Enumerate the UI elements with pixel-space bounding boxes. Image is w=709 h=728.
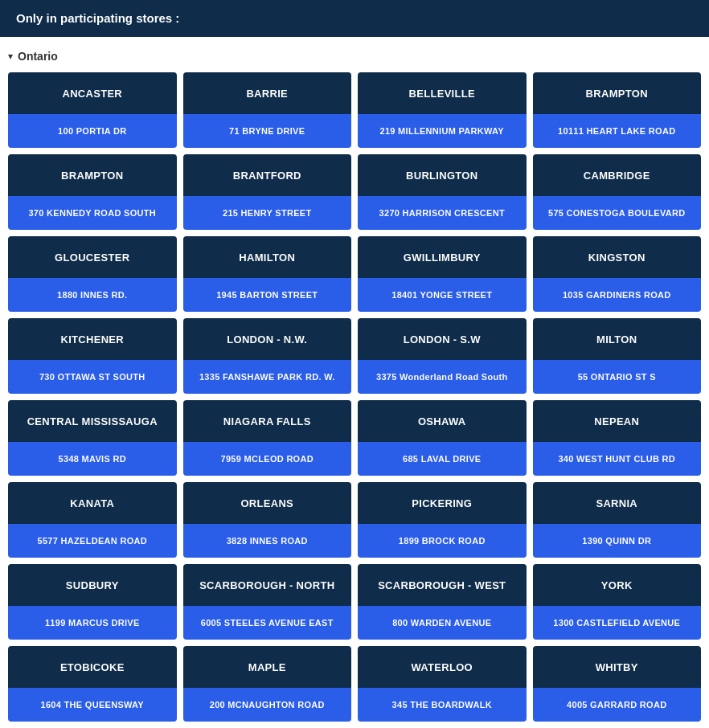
store-name: BRAMPTON <box>8 154 177 196</box>
header-title: Only in participating stores : <box>16 11 179 25</box>
store-card[interactable]: MAPLE200 MCNAUGHTON ROAD <box>183 646 352 722</box>
store-card[interactable]: LONDON - S.W3375 Wonderland Road South <box>358 318 527 394</box>
store-address: 71 BRYNE DRIVE <box>183 114 352 148</box>
store-name: MILTON <box>533 318 702 360</box>
store-name: SUDBURY <box>8 564 177 606</box>
store-address: 1899 BROCK ROAD <box>358 524 527 558</box>
store-name: CENTRAL MISSISSAUGA <box>8 400 177 442</box>
store-card[interactable]: KINGSTON1035 GARDINERS ROAD <box>533 236 702 312</box>
store-card[interactable]: GWILLIMBURY18401 YONGE STREET <box>358 236 527 312</box>
store-address: 1945 BARTON STREET <box>183 278 352 312</box>
store-name: BELLEVILLE <box>358 72 527 114</box>
store-card[interactable]: KANATA5577 HAZELDEAN ROAD <box>8 482 177 558</box>
store-card[interactable]: ETOBICOKE1604 THE QUEENSWAY <box>8 646 177 722</box>
store-address: 215 HENRY STREET <box>183 196 352 230</box>
region-toggle[interactable]: ▾ Ontario <box>0 50 709 72</box>
store-name: SCARBOROUGH - WEST <box>358 564 527 606</box>
store-card[interactable]: BARRIE71 BRYNE DRIVE <box>183 72 352 148</box>
store-address: 1335 FANSHAWE PARK RD. W. <box>183 360 352 394</box>
store-address: 7959 MCLEOD ROAD <box>183 442 352 476</box>
store-card[interactable]: NIAGARA FALLS7959 MCLEOD ROAD <box>183 400 352 476</box>
store-card[interactable]: LONDON - N.W.1335 FANSHAWE PARK RD. W. <box>183 318 352 394</box>
store-card[interactable]: BRANTFORD215 HENRY STREET <box>183 154 352 230</box>
store-name: LONDON - N.W. <box>183 318 352 360</box>
store-name: YORK <box>533 564 702 606</box>
store-name: KANATA <box>8 482 177 524</box>
store-card[interactable]: GLOUCESTER1880 INNES RD. <box>8 236 177 312</box>
store-address: 6005 STEELES AVENUE EAST <box>183 606 352 640</box>
store-address: 18401 YONGE STREET <box>358 278 527 312</box>
store-name: LONDON - S.W <box>358 318 527 360</box>
store-card[interactable]: NEPEAN340 WEST HUNT CLUB RD <box>533 400 702 476</box>
store-name: BARRIE <box>183 72 352 114</box>
store-card[interactable]: BELLEVILLE219 MILLENNIUM PARKWAY <box>358 72 527 148</box>
store-address: 200 MCNAUGHTON ROAD <box>183 688 352 722</box>
store-name: BURLINGTON <box>358 154 527 196</box>
store-card[interactable]: HAMILTON1945 BARTON STREET <box>183 236 352 312</box>
store-name: PICKERING <box>358 482 527 524</box>
store-name: GWILLIMBURY <box>358 236 527 278</box>
store-name: BRAMPTON <box>533 72 702 114</box>
store-address: 345 THE BOARDWALK <box>358 688 527 722</box>
store-address: 3270 HARRISON CRESCENT <box>358 196 527 230</box>
store-card[interactable]: BRAMPTON370 KENNEDY ROAD SOUTH <box>8 154 177 230</box>
store-card[interactable]: ANCASTER100 PORTIA DR <box>8 72 177 148</box>
store-name: KINGSTON <box>533 236 702 278</box>
store-address: 1390 QUINN DR <box>533 524 702 558</box>
store-address: 1604 THE QUEENSWAY <box>8 688 177 722</box>
store-card[interactable]: YORK1300 CASTLEFIELD AVENUE <box>533 564 702 640</box>
store-address: 5348 MAVIS RD <box>8 442 177 476</box>
store-name: ETOBICOKE <box>8 646 177 688</box>
store-name: HAMILTON <box>183 236 352 278</box>
store-address: 340 WEST HUNT CLUB RD <box>533 442 702 476</box>
store-name: SARNIA <box>533 482 702 524</box>
store-address: 575 CONESTOGA BOULEVARD <box>533 196 702 230</box>
store-address: 800 WARDEN AVENUE <box>358 606 527 640</box>
store-address: 55 ONTARIO ST S <box>533 360 702 394</box>
store-address: 3375 Wonderland Road South <box>358 360 527 394</box>
store-card[interactable]: CENTRAL MISSISSAUGA5348 MAVIS RD <box>8 400 177 476</box>
store-address: 5577 HAZELDEAN ROAD <box>8 524 177 558</box>
header-bar: Only in participating stores : <box>0 0 709 37</box>
store-name: CAMBRIDGE <box>533 154 702 196</box>
store-card[interactable]: MILTON55 ONTARIO ST S <box>533 318 702 394</box>
store-name: SCARBOROUGH - NORTH <box>183 564 352 606</box>
store-address: 100 PORTIA DR <box>8 114 177 148</box>
store-card[interactable]: SUDBURY1199 MARCUS DRIVE <box>8 564 177 640</box>
store-address: 370 KENNEDY ROAD SOUTH <box>8 196 177 230</box>
store-name: ANCASTER <box>8 72 177 114</box>
store-address: 1035 GARDINERS ROAD <box>533 278 702 312</box>
store-name: NEPEAN <box>533 400 702 442</box>
store-name: KITCHENER <box>8 318 177 360</box>
store-name: GLOUCESTER <box>8 236 177 278</box>
store-card[interactable]: WHITBY4005 GARRARD ROAD <box>533 646 702 722</box>
region-label: Ontario <box>18 50 58 63</box>
store-address: 219 MILLENNIUM PARKWAY <box>358 114 527 148</box>
store-card[interactable]: KITCHENER730 OTTAWA ST SOUTH <box>8 318 177 394</box>
store-card[interactable]: SCARBOROUGH - WEST800 WARDEN AVENUE <box>358 564 527 640</box>
store-card[interactable]: OSHAWA685 LAVAL DRIVE <box>358 400 527 476</box>
store-address: 730 OTTAWA ST SOUTH <box>8 360 177 394</box>
store-card[interactable]: ORLEANS3828 INNES ROAD <box>183 482 352 558</box>
store-address: 1880 INNES RD. <box>8 278 177 312</box>
store-name: MAPLE <box>183 646 352 688</box>
store-card[interactable]: CAMBRIDGE575 CONESTOGA BOULEVARD <box>533 154 702 230</box>
store-address: 1300 CASTLEFIELD AVENUE <box>533 606 702 640</box>
store-card[interactable]: SARNIA1390 QUINN DR <box>533 482 702 558</box>
store-card[interactable]: SCARBOROUGH - NORTH6005 STEELES AVENUE E… <box>183 564 352 640</box>
store-address: 4005 GARRARD ROAD <box>533 688 702 722</box>
store-name: WHITBY <box>533 646 702 688</box>
chevron-icon: ▾ <box>8 51 13 62</box>
store-name: ORLEANS <box>183 482 352 524</box>
store-card[interactable]: WATERLOO345 THE BOARDWALK <box>358 646 527 722</box>
store-card[interactable]: BRAMPTON10111 HEART LAKE ROAD <box>533 72 702 148</box>
store-name: WATERLOO <box>358 646 527 688</box>
store-card[interactable]: PICKERING1899 BROCK ROAD <box>358 482 527 558</box>
store-name: OSHAWA <box>358 400 527 442</box>
store-address: 685 LAVAL DRIVE <box>358 442 527 476</box>
store-name: BRANTFORD <box>183 154 352 196</box>
stores-grid: ANCASTER100 PORTIA DRBARRIE71 BRYNE DRIV… <box>0 72 709 728</box>
store-address: 3828 INNES ROAD <box>183 524 352 558</box>
store-name: NIAGARA FALLS <box>183 400 352 442</box>
store-card[interactable]: BURLINGTON3270 HARRISON CRESCENT <box>358 154 527 230</box>
